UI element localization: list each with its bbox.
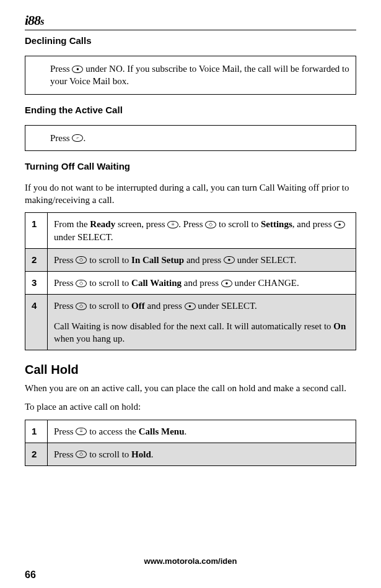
soft-key-icon: ●: [224, 256, 235, 264]
soft-key-icon: ●: [221, 280, 232, 287]
text: .: [83, 133, 85, 143]
scroll-key-icon: ◇: [76, 303, 87, 310]
footer-page-number: 66: [25, 569, 36, 581]
turning-off-intro: If you do not want to be interrupted dur…: [25, 181, 356, 207]
step-text: From the Ready screen, press ≡. Press ◇ …: [48, 213, 356, 249]
step-number: 3: [25, 272, 48, 295]
step-text: Press ◇ to scroll to Hold.: [48, 443, 356, 465]
call-hold-steps-table: 1 Press ≡ to access the Calls Menu. 2 Pr…: [25, 420, 356, 467]
table-row: 1 From the Ready screen, press ≡. Press …: [25, 213, 356, 249]
table-row: 3 Press ◇ to scroll to Call Waiting and …: [25, 272, 356, 295]
step-text: Press ◇ to scroll to Call Waiting and pr…: [48, 272, 356, 295]
table-row: 2 Press ◇ to scroll to In Call Setup and…: [25, 248, 356, 271]
declining-calls-title: Declining Calls: [25, 35, 356, 46]
declining-step-cell: Press ● under NO. If you subscribe to Vo…: [25, 56, 356, 95]
scroll-key-icon: ◇: [76, 280, 87, 287]
step-number: 2: [25, 443, 48, 465]
scroll-key-icon: ◇: [76, 256, 87, 264]
step-text: Press ≡ to access the Calls Menu.: [48, 420, 356, 443]
scroll-key-icon: ◇: [76, 451, 87, 458]
end-key-icon: ⌐: [72, 134, 83, 142]
ending-step-table: Press ⌐.: [25, 125, 356, 151]
logo-suffix: s: [40, 16, 43, 27]
step-number: 4: [25, 295, 48, 350]
logo-main: i88: [25, 12, 40, 28]
ending-step-cell: Press ⌐.: [25, 125, 356, 150]
step-text: Press ◇ to scroll to In Call Setup and p…: [48, 248, 356, 271]
step-text: Press ◇ to scroll to Off and press ● und…: [48, 295, 356, 350]
header-divider: [25, 30, 356, 30]
turning-off-steps-table: 1 From the Ready screen, press ≡. Press …: [25, 212, 356, 350]
step-number: 2: [25, 248, 48, 271]
step-number: 1: [25, 213, 48, 249]
table-row: 1 Press ≡ to access the Calls Menu.: [25, 420, 356, 443]
table-row: 2 Press ◇ to scroll to Hold.: [25, 443, 356, 465]
soft-key-icon: ●: [185, 303, 196, 310]
call-hold-title: Call Hold: [25, 363, 356, 377]
footer-url: www.motorola.com/iden: [0, 556, 381, 566]
step-number: 1: [25, 420, 48, 443]
turning-off-title: Turning Off Call Waiting: [25, 161, 356, 171]
soft-key-icon: ●: [72, 66, 83, 73]
menu-key-icon: ≡: [167, 221, 178, 228]
text: Press: [50, 133, 72, 143]
table-row: 4 Press ◇ to scroll to Off and press ● u…: [25, 295, 356, 350]
soft-key-icon: ●: [334, 221, 345, 228]
scroll-key-icon: ◇: [205, 221, 216, 228]
call-hold-intro2: To place an active call on hold:: [25, 400, 356, 413]
declining-step-table: Press ● under NO. If you subscribe to Vo…: [25, 56, 356, 95]
call-hold-intro1: When you are on an active call, you can …: [25, 382, 356, 394]
device-logo: i88s: [25, 12, 356, 28]
text: under NO. If you subscribe to Voice Mail…: [50, 64, 349, 86]
ending-call-title: Ending the Active Call: [25, 105, 356, 115]
text: Press: [50, 64, 72, 74]
menu-key-icon: ≡: [76, 428, 87, 435]
